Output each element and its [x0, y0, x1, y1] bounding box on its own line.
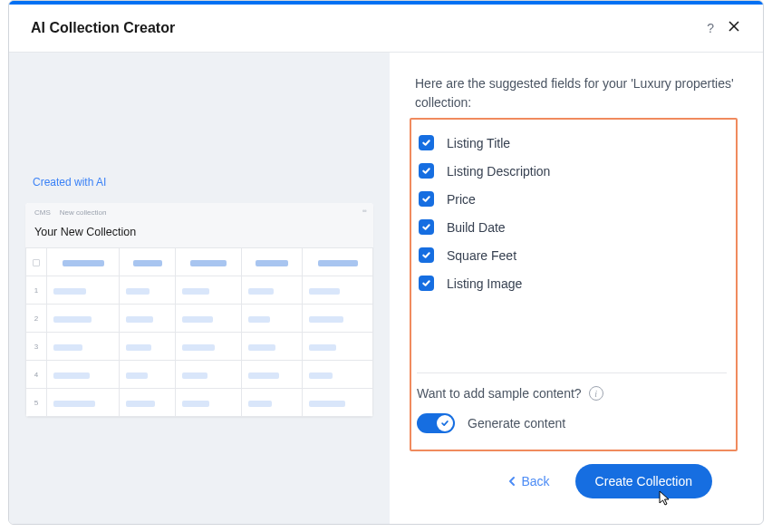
preview-tab-new: New collection	[60, 208, 107, 217]
checkbox[interactable]	[419, 163, 434, 179]
preview-header: CMS New collection ••	[25, 203, 373, 218]
field-label: Listing Title	[447, 136, 510, 150]
ai-badge: Created with AI	[33, 176, 106, 189]
sample-content-label: Want to add sample content?	[417, 386, 582, 401]
header-actions: ?	[707, 19, 741, 37]
field-label: Build Date	[447, 220, 506, 235]
preview-tab-cms: CMS	[34, 208, 51, 217]
field-item: Listing Title	[417, 129, 727, 157]
checkbox[interactable]	[419, 247, 434, 263]
help-icon[interactable]: ?	[707, 21, 714, 35]
table-row: 4	[26, 361, 373, 389]
field-item: Listing Description	[417, 157, 727, 185]
preview-tabs: CMS New collection	[34, 208, 106, 217]
chevron-left-icon	[508, 476, 516, 487]
field-item: Square Feet	[417, 241, 727, 269]
modal-body: Created with AI CMS New collection •• Yo…	[9, 53, 763, 524]
preview-table: 1 2	[25, 247, 373, 417]
field-label: Price	[447, 192, 476, 207]
preview-window-controls: ••	[362, 207, 366, 216]
field-label: Listing Description	[447, 164, 550, 179]
field-label: Square Feet	[447, 248, 516, 263]
table-row: 1	[26, 276, 373, 305]
field-list: Listing Title Listing Description Price	[417, 129, 727, 365]
divider	[417, 372, 727, 373]
preview-card: CMS New collection •• Your New Collectio…	[25, 203, 373, 417]
modal-title: AI Collection Creator	[31, 20, 175, 36]
intro-text: Here are the suggested fields for your '…	[415, 74, 738, 112]
footer: Back Create Collection	[415, 451, 738, 509]
highlight-box: Listing Title Listing Description Price	[410, 118, 738, 451]
table-row: 5	[26, 389, 373, 417]
checkbox[interactable]	[419, 219, 434, 235]
info-icon[interactable]: i	[589, 386, 603, 401]
table-row: 3	[26, 333, 373, 361]
back-label: Back	[521, 474, 549, 488]
preview-panel: Created with AI CMS New collection •• Yo…	[9, 53, 390, 524]
field-item: Price	[417, 185, 727, 213]
checkbox[interactable]	[419, 191, 434, 207]
toggle-row: Generate content	[417, 413, 727, 433]
checkbox[interactable]	[419, 135, 434, 150]
table-row: 2	[26, 305, 373, 333]
config-panel: Here are the suggested fields for your '…	[390, 53, 763, 524]
close-icon[interactable]	[727, 19, 741, 37]
toggle-label: Generate content	[468, 416, 565, 430]
field-item: Build Date	[417, 213, 727, 241]
back-button[interactable]: Back	[499, 467, 558, 496]
toggle-knob	[437, 415, 453, 431]
modal: AI Collection Creator ? Created with AI …	[8, 0, 764, 525]
modal-header: AI Collection Creator ?	[9, 5, 763, 53]
generate-content-toggle[interactable]	[417, 413, 455, 433]
sample-content-row: Want to add sample content? i	[417, 386, 727, 401]
checkbox[interactable]	[419, 276, 434, 291]
field-label: Listing Image	[447, 276, 522, 291]
create-collection-button[interactable]: Create Collection	[575, 464, 712, 498]
preview-title: Your New Collection	[25, 218, 373, 247]
field-item: Listing Image	[417, 269, 727, 297]
